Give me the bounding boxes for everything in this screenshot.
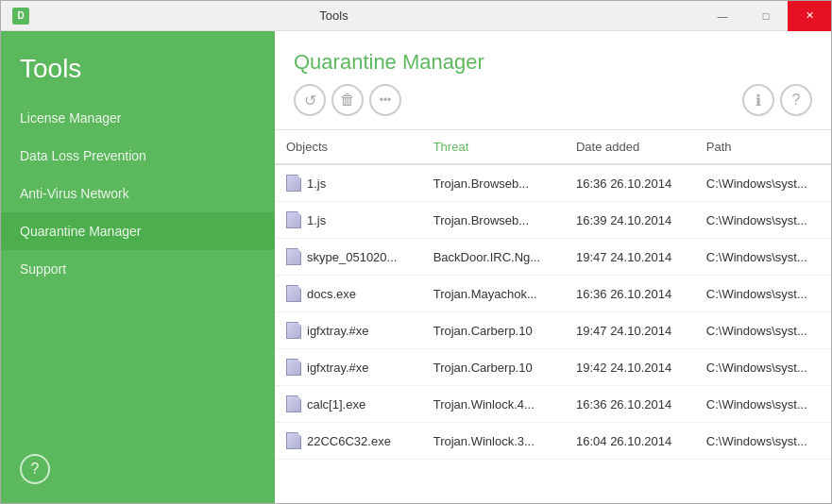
- cell-path: C:\Windows\syst...: [695, 312, 831, 349]
- file-icon: [286, 395, 301, 412]
- app-icon: D: [12, 8, 29, 25]
- cell-date: 16:36 26.10.2014: [565, 386, 695, 423]
- cell-object: 1.js: [275, 164, 422, 202]
- file-name: igfxtray.#xe: [307, 324, 369, 338]
- table-row[interactable]: skype_051020...BackDoor.IRC.Ng...19:47 2…: [275, 239, 831, 276]
- cell-path: C:\Windows\syst...: [695, 202, 831, 239]
- cell-path: C:\Windows\syst...: [695, 239, 831, 276]
- cell-threat: Trojan.Browseb...: [422, 202, 565, 239]
- cell-date: 19:47 24.10.2014: [565, 239, 695, 276]
- col-path: Path: [695, 130, 831, 164]
- cell-object: calc[1].exe: [275, 386, 422, 423]
- delete-icon: 🗑: [340, 92, 355, 109]
- window-title: Tools: [42, 8, 625, 23]
- sidebar-help-button[interactable]: ?: [20, 454, 50, 484]
- cell-object: igfxtray.#xe: [275, 312, 422, 349]
- cell-object: skype_051020...: [275, 239, 422, 276]
- toolbar-left: ↺ 🗑 •••: [294, 84, 401, 116]
- info-icon: ℹ: [756, 92, 761, 109]
- toolbar-right: ℹ ?: [742, 84, 812, 116]
- cell-date: 16:36 26.10.2014: [565, 276, 695, 312]
- file-name: 1.js: [307, 213, 326, 227]
- content-header: Quarantine Manager ↺ 🗑 •••: [275, 31, 831, 129]
- title-bar: D Tools — □ ✕: [1, 1, 831, 31]
- file-name: 1.js: [307, 176, 326, 191]
- table-row[interactable]: igfxtray.#xeTrojan.Carberp.1019:42 24.10…: [275, 349, 831, 386]
- table-row[interactable]: 1.jsTrojan.Browseb...16:36 26.10.2014C:\…: [275, 164, 831, 202]
- table-row[interactable]: docs.exeTrojan.Mayachok...16:36 26.10.20…: [275, 276, 831, 312]
- cell-threat: BackDoor.IRC.Ng...: [422, 239, 565, 276]
- sidebar-item-license-manager[interactable]: License Manager: [1, 99, 275, 137]
- file-name: docs.exe: [307, 287, 356, 301]
- quarantine-table-container[interactable]: Objects Threat Date added Path: [275, 129, 831, 503]
- cell-date: 19:42 24.10.2014: [565, 349, 695, 386]
- sidebar-item-data-loss-prevention[interactable]: Data Loss Prevention: [1, 137, 275, 175]
- page-title: Quarantine Manager: [294, 50, 812, 75]
- app-window: D Tools — □ ✕ Tools License Manager Data…: [0, 0, 832, 504]
- restore-icon: ↺: [304, 92, 316, 109]
- sidebar-title: Tools: [1, 31, 275, 99]
- more-button[interactable]: •••: [369, 84, 401, 116]
- col-objects: Objects: [275, 130, 422, 164]
- sidebar-footer: ?: [1, 435, 275, 503]
- delete-button[interactable]: 🗑: [331, 84, 364, 116]
- cell-object: 1.js: [275, 202, 422, 239]
- col-threat[interactable]: Threat: [422, 130, 565, 164]
- file-icon: [286, 248, 301, 265]
- cell-path: C:\Windows\syst...: [695, 164, 831, 202]
- cell-date: 16:39 24.10.2014: [565, 202, 695, 239]
- col-date-added: Date added: [565, 130, 695, 164]
- file-name: 22CC6C32.exe: [307, 434, 391, 448]
- file-name: igfxtray.#xe: [307, 361, 369, 375]
- cell-path: C:\Windows\syst...: [695, 276, 831, 312]
- file-icon: [286, 359, 301, 376]
- toolbar: ↺ 🗑 ••• ℹ ?: [294, 84, 812, 116]
- cell-date: 16:36 26.10.2014: [565, 164, 695, 202]
- file-name: calc[1].exe: [307, 397, 365, 412]
- table-row[interactable]: calc[1].exeTrojan.Winlock.4...16:36 26.1…: [275, 386, 831, 423]
- file-icon: [286, 175, 301, 192]
- file-icon: [286, 285, 301, 302]
- cell-threat: Trojan.Browseb...: [422, 164, 565, 202]
- help-icon: ?: [792, 92, 801, 109]
- cell-object: igfxtray.#xe: [275, 349, 422, 386]
- sidebar: Tools License Manager Data Loss Preventi…: [1, 31, 275, 503]
- sidebar-nav: License Manager Data Loss Prevention Ant…: [1, 99, 275, 435]
- cell-object: docs.exe: [275, 276, 422, 312]
- table-body: 1.jsTrojan.Browseb...16:36 26.10.2014C:\…: [275, 164, 831, 460]
- restore-button[interactable]: ↺: [294, 84, 326, 116]
- cell-threat: Trojan.Carberp.10: [422, 312, 565, 349]
- window-controls: — □ ✕: [701, 1, 831, 31]
- sidebar-item-support[interactable]: Support: [1, 250, 275, 288]
- cell-threat: Trojan.Winlock.4...: [422, 386, 565, 423]
- sidebar-item-anti-virus-network[interactable]: Anti-Virus Network: [1, 175, 275, 212]
- cell-date: 16:04 26.10.2014: [565, 423, 695, 460]
- file-icon: [286, 432, 301, 449]
- info-button[interactable]: ℹ: [742, 84, 774, 116]
- table-row[interactable]: igfxtray.#xeTrojan.Carberp.1019:47 24.10…: [275, 312, 831, 349]
- cell-object: 22CC6C32.exe: [275, 423, 422, 460]
- maximize-button[interactable]: □: [744, 1, 788, 31]
- cell-path: C:\Windows\syst...: [695, 386, 831, 423]
- table-row[interactable]: 1.jsTrojan.Browseb...16:39 24.10.2014C:\…: [275, 202, 831, 239]
- table-header-row: Objects Threat Date added Path: [275, 130, 831, 164]
- minimize-button[interactable]: —: [701, 1, 744, 31]
- file-name: skype_051020...: [307, 250, 397, 264]
- table-row[interactable]: 22CC6C32.exeTrojan.Winlock.3...16:04 26.…: [275, 423, 831, 460]
- cell-date: 19:47 24.10.2014: [565, 312, 695, 349]
- main-content: Tools License Manager Data Loss Preventi…: [1, 31, 831, 503]
- close-button[interactable]: ✕: [788, 1, 831, 31]
- help-button[interactable]: ?: [780, 84, 812, 116]
- cell-path: C:\Windows\syst...: [695, 349, 831, 386]
- more-icon: •••: [380, 93, 392, 107]
- cell-threat: Trojan.Carberp.10: [422, 349, 565, 386]
- file-icon: [286, 211, 301, 228]
- file-icon: [286, 322, 301, 339]
- sidebar-item-quarantine-manager[interactable]: Quarantine Manager: [1, 212, 275, 250]
- cell-threat: Trojan.Winlock.3...: [422, 423, 565, 460]
- cell-path: C:\Windows\syst...: [695, 423, 831, 460]
- quarantine-table: Objects Threat Date added Path: [275, 130, 831, 460]
- content-area: Quarantine Manager ↺ 🗑 •••: [275, 31, 831, 503]
- cell-threat: Trojan.Mayachok...: [422, 276, 565, 312]
